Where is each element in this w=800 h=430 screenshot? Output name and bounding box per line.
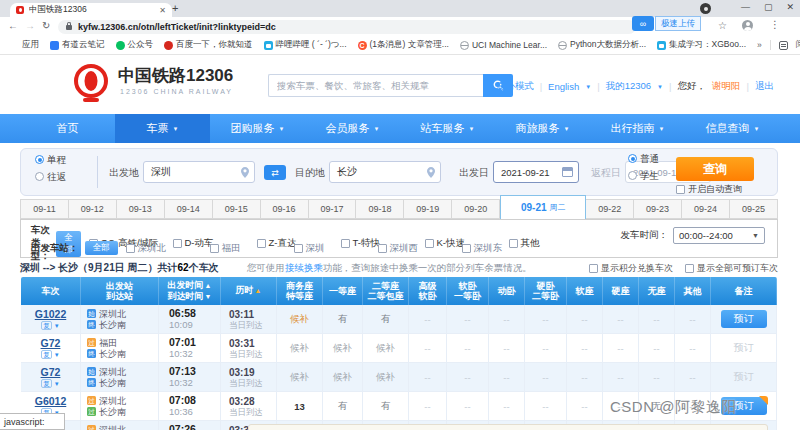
bookmark-star-icon[interactable]: ☆: [718, 20, 727, 31]
depart-time-select[interactable]: 00:00--24:00 ▼: [673, 227, 765, 244]
browser-tab[interactable]: 中国铁路12306 ✕: [10, 3, 172, 17]
checkbox-icon[interactable]: [126, 244, 135, 253]
depart-station-option-深圳西[interactable]: 深圳西: [378, 242, 462, 255]
logout-link[interactable]: 退出: [755, 80, 774, 93]
checkbox-icon[interactable]: [462, 244, 471, 253]
swap-stations-icon[interactable]: ⇄: [264, 165, 286, 180]
train-number-link[interactable]: G6012: [35, 395, 67, 407]
column-header-硬座[interactable]: 硬座: [603, 277, 639, 305]
date-tab-09-13[interactable]: 09-13: [117, 199, 165, 219]
url-text[interactable]: kyfw.12306.cn/otn/leftTicket/init?linkty…: [78, 22, 276, 32]
date-tab-09-14[interactable]: 09-14: [165, 199, 213, 219]
tab-close-icon[interactable]: ✕: [159, 6, 166, 15]
reading-list-label[interactable]: 阅读清单: [796, 39, 800, 51]
column-header-历时[interactable]: 历时▲: [221, 277, 277, 305]
column-header-软座[interactable]: 软座: [567, 277, 603, 305]
radio-icon[interactable]: [35, 155, 44, 164]
reload-icon[interactable]: ↻: [42, 20, 50, 31]
nav-item-会员服务[interactable]: 会员服务▼: [305, 114, 400, 143]
date-tab-09-15[interactable]: 09-15: [213, 199, 261, 219]
expand-caret-icon[interactable]: ▼: [54, 323, 60, 329]
nav-item-首页[interactable]: 首页: [20, 114, 115, 143]
bookmark-item[interactable]: 哔哩哔哩 ( ´- ´)つ...: [264, 39, 347, 51]
book-button[interactable]: 预订: [721, 310, 767, 328]
from-input[interactable]: 深圳: [143, 161, 255, 183]
column-header-商务座[interactable]: 商务座特等座: [277, 277, 323, 305]
bookmark-item[interactable]: Python大数据分析...: [558, 39, 646, 51]
bookmark-item[interactable]: UCI Machine Lear...: [460, 40, 547, 50]
column-header-出发时间[interactable]: 出发时间▲到达时间▼: [159, 277, 221, 305]
to-input[interactable]: 长沙: [329, 161, 441, 183]
checkbox-icon[interactable]: [378, 244, 387, 253]
depart-station-all-button[interactable]: 全部: [85, 241, 118, 255]
passenger-type-学生[interactable]: 学生: [628, 170, 659, 183]
date-tab-09-25[interactable]: 09-25: [730, 199, 778, 219]
sort-arrow-icon[interactable]: ▲: [255, 287, 262, 294]
all-bookable-checkbox[interactable]: 显示全部可预订车次: [685, 262, 778, 275]
column-header-一等座[interactable]: 一等座: [323, 277, 363, 305]
column-header-高级[interactable]: 高级软卧: [409, 277, 447, 305]
column-header-二等座[interactable]: 二等座二等包座: [363, 277, 409, 305]
new-tab-button[interactable]: +: [172, 2, 178, 14]
checkbox-icon[interactable]: [589, 264, 598, 273]
bookmark-item[interactable]: 百度一下，你就知道: [164, 39, 253, 51]
date-tab-09-17[interactable]: 09-17: [309, 199, 357, 219]
train-number-link[interactable]: G72: [41, 337, 61, 349]
points-trains-checkbox[interactable]: 显示积分兑换车次: [589, 262, 673, 275]
date-tab-09-23[interactable]: 09-23: [634, 199, 682, 219]
seat-cell[interactable]: 候补: [323, 363, 363, 391]
radio-icon[interactable]: [35, 172, 44, 181]
care-mode-link[interactable]: 爱心模式: [496, 80, 534, 93]
date-tab-09-18[interactable]: 09-18: [356, 199, 404, 219]
close-button[interactable]: ✕: [786, 2, 794, 12]
checkbox-icon[interactable]: [210, 244, 219, 253]
trip-type-往返[interactable]: 往返: [35, 171, 66, 184]
column-header-出发站[interactable]: 出发站到达站: [81, 277, 159, 305]
date-tab-09-12[interactable]: 09-12: [69, 199, 117, 219]
seat-cell[interactable]: 候补: [277, 363, 323, 391]
nav-item-站车服务[interactable]: 站车服务▼: [400, 114, 495, 143]
depart-station-option-福田[interactable]: 福田: [210, 242, 294, 255]
nav-item-团购服务[interactable]: 团购服务▼: [210, 114, 305, 143]
radio-icon[interactable]: [628, 171, 637, 180]
checkbox-icon[interactable]: [685, 264, 694, 273]
bookmark-item[interactable]: 有道云笔记: [50, 39, 105, 51]
seat-cell[interactable]: 候补: [323, 334, 363, 362]
date-tab-09-21[interactable]: 09-21周二: [500, 195, 586, 219]
seat-cell[interactable]: 候补: [363, 334, 409, 362]
column-header-软卧[interactable]: 软卧一等卧: [447, 277, 489, 305]
browser-menu-icon[interactable]: ⋮: [770, 19, 780, 30]
passenger-type-普通[interactable]: 普通: [628, 153, 659, 166]
depart-station-option-深圳[interactable]: 深圳: [294, 242, 378, 255]
radio-icon[interactable]: [628, 154, 637, 163]
extension-icon[interactable]: [700, 3, 711, 14]
forward-icon[interactable]: →: [25, 20, 35, 31]
depart-station-option-深圳北[interactable]: 深圳北: [126, 242, 210, 255]
netdisk-extension-popup[interactable]: ∞ 极速上传: [632, 16, 701, 31]
checkbox-icon[interactable]: [294, 244, 303, 253]
seat-cell[interactable]: 候补: [363, 363, 409, 391]
query-button[interactable]: 查询: [676, 157, 754, 181]
column-header-车次[interactable]: 车次: [21, 277, 81, 305]
auto-query-checkbox[interactable]: 开启自动查询: [676, 183, 742, 196]
nav-item-商旅服务[interactable]: 商旅服务▼: [495, 114, 590, 143]
nav-item-出行指南[interactable]: 出行指南▼: [590, 114, 685, 143]
url-omnibox[interactable]: kyfw.12306.cn/otn/leftTicket/init?linkty…: [58, 20, 636, 34]
search-input[interactable]: [268, 74, 483, 97]
train-number-link[interactable]: G72: [41, 366, 61, 378]
seat-cell[interactable]: 候补: [277, 334, 323, 362]
column-header-硬卧[interactable]: 硬卧二等卧: [525, 277, 567, 305]
expand-caret-icon[interactable]: ▼: [54, 352, 60, 358]
column-header-动卧[interactable]: 动卧: [489, 277, 525, 305]
checkbox-icon[interactable]: [676, 185, 685, 194]
username-link[interactable]: 谢明阳: [712, 80, 741, 93]
date-tab-09-19[interactable]: 09-19: [404, 199, 452, 219]
nav-item-车票[interactable]: 车票▼: [115, 114, 210, 143]
minimize-button[interactable]: —: [741, 2, 750, 12]
depart-station-option-深圳东[interactable]: 深圳东: [462, 242, 546, 255]
seat-cell[interactable]: 候补: [277, 305, 323, 333]
date-tab-09-16[interactable]: 09-16: [261, 199, 309, 219]
profile-avatar[interactable]: [742, 20, 753, 31]
depart-date-input[interactable]: 2021-09-21: [493, 161, 579, 183]
expand-caret-icon[interactable]: ▼: [54, 381, 60, 387]
